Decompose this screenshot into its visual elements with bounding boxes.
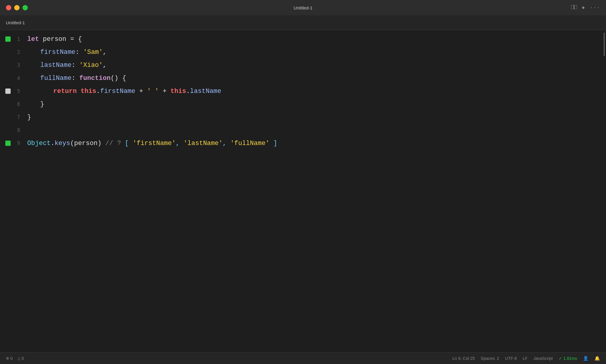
- close-button[interactable]: [6, 5, 11, 10]
- gutter-row-2: 2: [0, 46, 20, 59]
- code-line-4: fullName : function () {: [27, 72, 602, 85]
- warning-number: 0: [22, 356, 24, 361]
- line-number-4: 4: [13, 75, 20, 81]
- code-line-5: return this . firstName + ' ' + this . l…: [27, 85, 602, 98]
- gutter-row-9: 9: [0, 137, 20, 150]
- run-indicator-7: [5, 115, 11, 120]
- object-keys: Object: [27, 140, 51, 147]
- run-indicator-9[interactable]: [5, 141, 11, 146]
- status-right: Ln 9, Col 25 Spaces: 2 UTF-8 LF JavaScri…: [452, 356, 600, 361]
- code-editor[interactable]: let person = { firstName : 'Sam' , lastN…: [24, 30, 602, 352]
- keyword-return: return: [53, 88, 77, 95]
- prop-lastname: lastName: [40, 62, 72, 69]
- prop-firstname: firstName: [40, 49, 75, 56]
- minimize-button[interactable]: [14, 5, 20, 10]
- line-number-8: 8: [13, 127, 20, 133]
- code-line-3: lastName : 'Xiao' ,: [27, 59, 602, 72]
- run-indicator-5[interactable]: [5, 88, 11, 94]
- line-number-2: 2: [13, 49, 20, 55]
- line-number-6: 6: [13, 101, 20, 107]
- status-left: ⊗ 0 △ 0: [6, 356, 24, 361]
- code-line-9: Object . keys ( person ) // ? [ 'firstNa…: [27, 137, 602, 150]
- tab-bar: Untitled-1: [0, 15, 606, 30]
- code-line-7: }: [27, 111, 602, 124]
- method-keys: keys: [54, 140, 70, 147]
- gutter: 1 2 3 4 5 6 7 8: [0, 30, 24, 352]
- keyword-function: function: [79, 75, 111, 82]
- error-count[interactable]: ⊗ 0: [6, 356, 13, 361]
- error-number: 0: [10, 356, 13, 361]
- gutter-row-1: 1: [0, 33, 20, 46]
- access-lastname: lastName: [190, 88, 221, 95]
- scrollbar-thumb[interactable]: [604, 33, 605, 56]
- line-number-1: 1: [13, 36, 20, 42]
- user-icon[interactable]: 👤: [583, 356, 589, 361]
- title-bar: Untitled-1 ● ···: [0, 0, 606, 15]
- code-line-1: let person = {: [27, 33, 602, 46]
- line-number-5: 5: [13, 88, 20, 94]
- line-number-3: 3: [13, 62, 20, 68]
- timing: ✓ 1.81ms: [559, 356, 577, 361]
- notification-icon[interactable]: 🔔: [594, 356, 600, 361]
- split-editor-icon[interactable]: [571, 5, 577, 11]
- keyword-let: let: [27, 36, 39, 43]
- spaces-setting[interactable]: Spaces: 2: [481, 356, 499, 361]
- line-ending[interactable]: LF: [523, 356, 527, 361]
- window-title: Untitled-1: [294, 5, 312, 10]
- code-line-8: [27, 124, 602, 137]
- run-indicator-3: [5, 62, 11, 68]
- warning-count[interactable]: △ 0: [17, 356, 24, 361]
- keyword-this-1: this: [80, 88, 96, 95]
- svg-rect-0: [571, 5, 574, 9]
- encoding[interactable]: UTF-8: [505, 356, 517, 361]
- run-indicator-4: [5, 75, 11, 81]
- title-bar-right: ● ···: [571, 5, 600, 11]
- warning-icon: △: [17, 356, 20, 360]
- keyword-this-2: this: [170, 88, 186, 95]
- gutter-row-4: 4: [0, 72, 20, 85]
- run-indicator-1[interactable]: [5, 36, 11, 42]
- cursor-position[interactable]: Ln 9, Col 25: [452, 356, 475, 361]
- svg-rect-1: [574, 5, 577, 9]
- tab-untitled[interactable]: Untitled-1: [6, 20, 25, 25]
- access-firstname: firstName: [100, 88, 135, 95]
- run-indicator-8: [5, 128, 11, 133]
- gutter-row-7: 7: [0, 111, 20, 124]
- error-icon: ⊗: [6, 356, 9, 360]
- gutter-row-3: 3: [0, 59, 20, 72]
- traffic-lights: [6, 5, 28, 10]
- gutter-row-8: 8: [0, 124, 20, 137]
- language[interactable]: JavaScript: [534, 356, 553, 361]
- scrollbar[interactable]: [602, 30, 606, 352]
- prop-fullname: fullName: [40, 75, 72, 82]
- gutter-row-6: 6: [0, 98, 20, 111]
- result-value: [: [125, 140, 133, 147]
- line-number-7: 7: [13, 114, 20, 120]
- more-options-icon[interactable]: ···: [590, 5, 600, 11]
- status-bar: ⊗ 0 △ 0 Ln 9, Col 25 Spaces: 2 UTF-8 LF …: [0, 352, 606, 364]
- gutter-row-5: 5: [0, 85, 20, 98]
- maximize-button[interactable]: [22, 5, 28, 10]
- line-number-9: 9: [13, 140, 20, 146]
- editor: 1 2 3 4 5 6 7 8: [0, 30, 606, 352]
- dot-icon: ●: [582, 5, 585, 11]
- code-line-2: firstName : 'Sam' ,: [27, 46, 602, 59]
- code-line-6: }: [27, 98, 602, 111]
- run-indicator-6: [5, 102, 11, 107]
- comment-symbol: // ?: [101, 140, 125, 147]
- run-indicator-2: [5, 49, 11, 55]
